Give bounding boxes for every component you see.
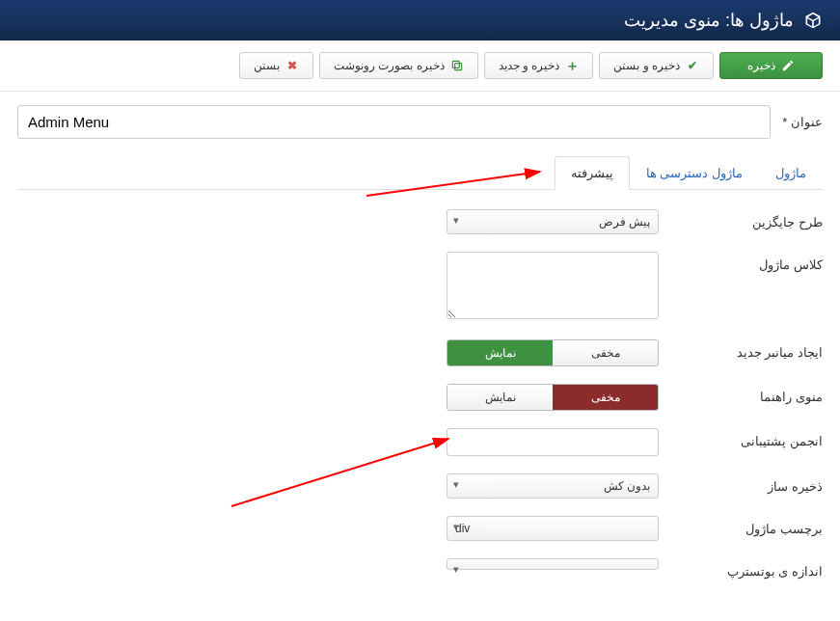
save-new-button[interactable]: ＋ ذخیره و جدید [484,52,594,79]
help-menu-toggle[interactable]: مخفی نمایش [447,384,659,411]
close-label: بستن [254,59,280,72]
field-module-tag: برچسب ماژول div [17,516,823,541]
tab-access[interactable]: ماژول دسترسی ها [630,156,759,190]
alt-layout-select[interactable]: پیش فرض [447,209,659,234]
module-tag-select[interactable]: div [447,516,659,541]
alt-layout-label: طرح جایگزین [659,209,823,230]
module-class-label: کلاس ماژول [659,252,823,272]
support-forum-input[interactable] [447,428,659,456]
field-alt-layout: طرح جایگزین پیش فرض [17,209,823,234]
cache-label: ذخیره ساز [659,473,823,494]
bootstrap-size-select[interactable] [447,558,659,570]
field-new-shortcut: ایجاد میانبر جدید مخفی نمایش [17,339,823,366]
close-icon: ✖ [285,59,299,72]
form-area: عنوان * ماژول ماژول دسترسی ها پیشرفته طر… [0,92,840,609]
check-icon: ✔ [686,59,699,72]
title-input[interactable] [17,105,771,139]
field-module-class: کلاس ماژول [17,252,823,322]
new-shortcut-label: ایجاد میانبر جدید [659,339,823,360]
support-forum-label: انجمن پشتیبانی [659,428,823,448]
new-shortcut-hide[interactable]: مخفی [553,340,658,365]
save-label: ذخیره [747,59,775,72]
field-support-forum: انجمن پشتیبانی [17,428,823,456]
tabs: ماژول ماژول دسترسی ها پیشرفته [17,156,823,190]
save-button[interactable]: ذخیره [719,52,823,79]
help-menu-show[interactable]: نمایش [447,385,553,410]
save-copy-button[interactable]: ذخیره بصورت رونوشت [319,52,478,79]
field-help-menu: منوی راهنما مخفی نمایش [17,384,823,411]
save-icon [781,59,795,72]
page-header: ماژول ها: منوی مدیریت [0,0,840,40]
tab-module[interactable]: ماژول [759,156,823,190]
cube-icon [803,11,823,30]
svg-rect-0 [454,64,461,70]
svg-rect-1 [452,61,459,68]
save-copy-label: ذخیره بصورت رونوشت [334,59,445,72]
module-class-input[interactable] [447,252,659,319]
new-shortcut-toggle[interactable]: مخفی نمایش [447,339,659,366]
title-label: عنوان * [782,115,823,129]
save-close-button[interactable]: ✔ ذخیره و بستن [599,52,714,79]
bootstrap-size-label: اندازه ی بوتسترپ [659,558,823,579]
toolbar: ذخیره ✔ ذخیره و بستن ＋ ذخیره و جدید ذخیر… [0,40,840,92]
new-shortcut-show[interactable]: نمایش [447,340,553,365]
help-menu-label: منوی راهنما [659,384,823,404]
page-title: ماژول ها: منوی مدیریت [624,10,794,31]
copy-icon [450,59,464,72]
cache-select[interactable]: بدون کش [447,473,659,499]
save-new-label: ذخیره و جدید [499,59,560,72]
field-bootstrap-size: اندازه ی بوتسترپ [17,558,823,579]
module-tag-label: برچسب ماژول [659,516,823,536]
save-close-label: ذخیره و بستن [613,59,680,72]
field-cache: ذخیره ساز بدون کش [17,473,823,499]
close-button[interactable]: ✖ بستن [239,52,313,79]
tab-advanced[interactable]: پیشرفته [555,156,630,190]
plus-icon: ＋ [565,59,579,72]
title-row: عنوان * [17,105,823,139]
help-menu-hide[interactable]: مخفی [553,385,658,410]
